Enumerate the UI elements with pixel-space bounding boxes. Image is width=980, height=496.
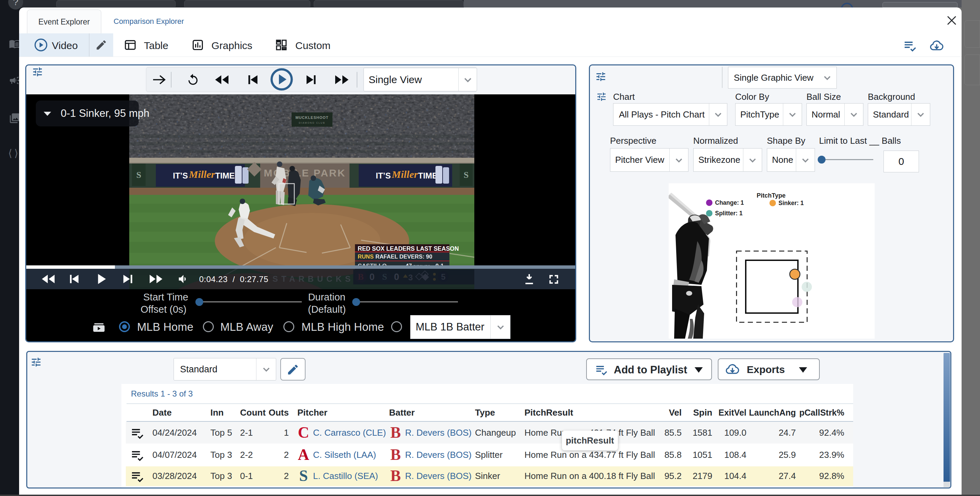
svg-text:RED SOX LEADERS LAST SEASON: RED SOX LEADERS LAST SEASON bbox=[358, 245, 459, 252]
svg-text:Miller: Miller bbox=[391, 169, 418, 180]
svg-text:Sinker: 1: Sinker: 1 bbox=[778, 200, 804, 206]
svg-text:IT’S: IT’S bbox=[173, 171, 188, 180]
svg-text:TIME: TIME bbox=[418, 171, 438, 180]
svg-text:S: S bbox=[464, 170, 469, 180]
svg-text:S: S bbox=[137, 170, 141, 180]
svg-text:Change: 1: Change: 1 bbox=[715, 199, 744, 206]
svg-text:MUCKLESHOOT: MUCKLESHOOT bbox=[295, 116, 328, 120]
svg-text:IT’S: IT’S bbox=[376, 171, 391, 180]
svg-text:PitchType: PitchType bbox=[757, 192, 786, 199]
svg-text:RAFAEL DEVERS: 90: RAFAEL DEVERS: 90 bbox=[375, 254, 433, 260]
svg-text:TIME: TIME bbox=[215, 171, 235, 180]
svg-text:DIAMOND CLUB: DIAMOND CLUB bbox=[299, 122, 325, 124]
svg-text:Splitter: 1: Splitter: 1 bbox=[715, 210, 743, 217]
svg-text:Miller: Miller bbox=[189, 169, 215, 180]
svg-text:RUNS: RUNS bbox=[358, 254, 374, 260]
